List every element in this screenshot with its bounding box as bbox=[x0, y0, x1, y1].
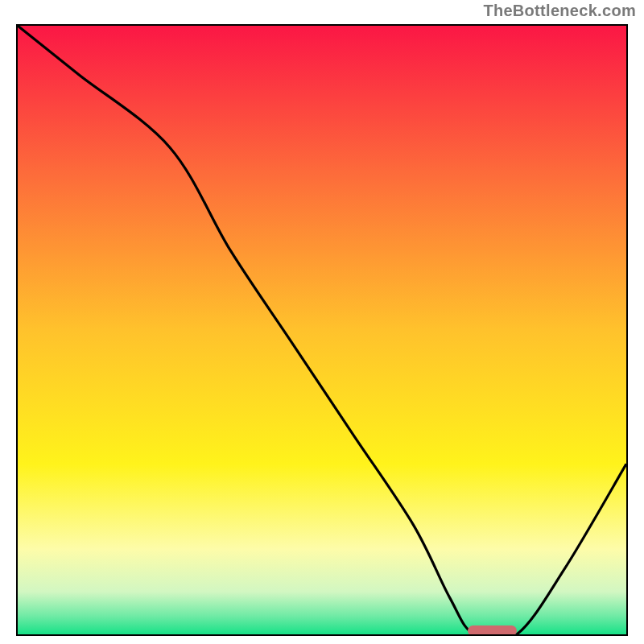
attribution-label: TheBottleneck.com bbox=[483, 2, 636, 20]
optimal-range-marker bbox=[468, 625, 516, 636]
chart-plot-area bbox=[16, 24, 628, 636]
chart-background-gradient bbox=[18, 26, 626, 634]
svg-rect-0 bbox=[18, 26, 626, 634]
